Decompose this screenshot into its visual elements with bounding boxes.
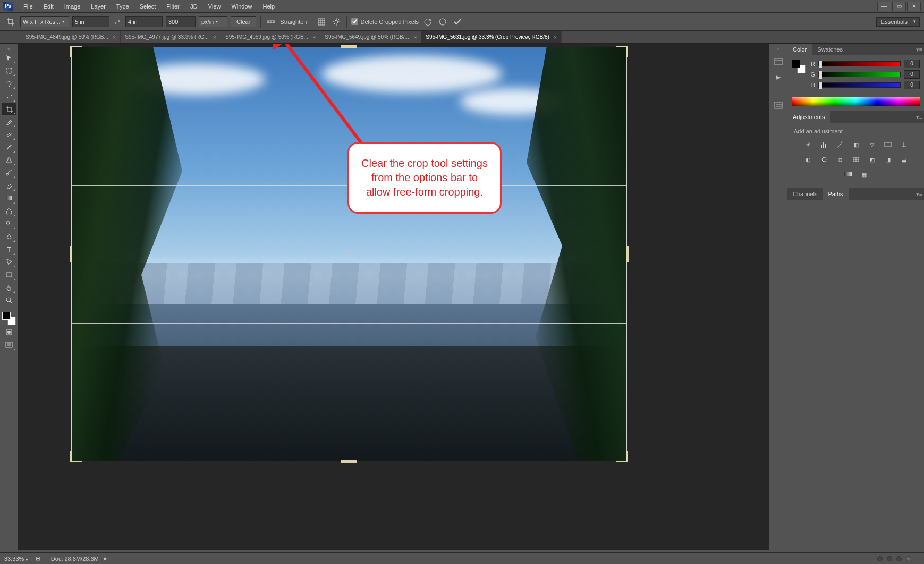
eraser-tool[interactable] (2, 180, 16, 191)
eyedropper-tool[interactable] (2, 116, 16, 128)
toolbox-collapse-icon[interactable]: » (2, 46, 16, 51)
b-value[interactable]: 0 (904, 81, 920, 89)
menu-layer[interactable]: Layer (86, 0, 111, 13)
overlay-grid-icon[interactable] (316, 16, 327, 27)
menu-3d[interactable]: 3D (185, 0, 203, 13)
type-tool[interactable]: T (2, 243, 16, 255)
close-icon[interactable]: × (413, 34, 417, 40)
crop-tool-icon[interactable] (4, 16, 17, 28)
menu-window[interactable]: Window (226, 0, 257, 13)
stamp-tool[interactable] (2, 154, 16, 166)
channelmixer-icon[interactable]: ⧉ (835, 155, 845, 164)
levels-icon[interactable] (819, 140, 829, 149)
clear-button[interactable]: Clear (231, 16, 256, 27)
vibrance-icon[interactable]: ▽ (867, 140, 877, 149)
actions-panel-icon[interactable] (772, 72, 785, 83)
delete-cropped-checkbox[interactable]: Delete Cropped Pixels (351, 18, 418, 25)
r-slider[interactable] (818, 61, 901, 66)
menu-image[interactable]: Image (59, 0, 86, 13)
paths-list[interactable] (787, 200, 924, 519)
history-panel-icon[interactable] (772, 56, 785, 68)
curves-icon[interactable] (835, 140, 845, 149)
delete-cropped-input[interactable] (351, 18, 358, 25)
path-select-tool[interactable] (2, 256, 16, 268)
pen-tool[interactable] (2, 231, 16, 242)
hue-icon[interactable] (883, 140, 893, 149)
shape-tool[interactable] (2, 269, 16, 281)
r-value[interactable]: 0 (904, 60, 920, 68)
heal-tool[interactable] (2, 129, 16, 140)
posterize-icon[interactable]: ◨ (883, 155, 893, 164)
resolution-field[interactable] (166, 16, 196, 27)
brush-tool[interactable] (2, 141, 16, 153)
maximize-button[interactable]: ▭ (892, 2, 906, 11)
hand-tool[interactable] (2, 282, 16, 293)
gradient-tool[interactable] (2, 192, 16, 204)
cancel-crop-icon[interactable] (437, 16, 448, 27)
document-tab[interactable]: S95-IMG_4977.jpg @ 33.3% (RG...× (121, 31, 221, 43)
marquee-tool[interactable] (2, 65, 16, 77)
menu-select[interactable]: Select (134, 0, 162, 13)
b-slider[interactable] (818, 82, 901, 88)
menu-view[interactable]: View (203, 0, 226, 13)
minimize-button[interactable]: — (877, 2, 891, 11)
menu-filter[interactable]: Filter (161, 0, 184, 13)
panel-menu-icon[interactable]: ▾≡ (914, 44, 924, 55)
tab-adjustments[interactable]: Adjustments (787, 111, 830, 123)
bw-icon[interactable]: ◐ (803, 155, 813, 164)
brightness-icon[interactable]: ☀ (803, 140, 813, 149)
lasso-tool[interactable] (2, 78, 16, 89)
swap-dims-icon[interactable]: ⇄ (113, 18, 122, 26)
info-expand-icon[interactable]: ▸ (104, 555, 107, 562)
exposure-icon[interactable]: ◧ (851, 140, 861, 149)
panel-menu-icon[interactable]: ▾≡ (914, 111, 924, 123)
panel-menu-icon[interactable]: ▾≡ (914, 188, 924, 200)
selectivecolor-icon[interactable]: ▦ (859, 170, 869, 179)
crop-width-field[interactable] (72, 16, 109, 27)
invert-icon[interactable]: ◩ (867, 155, 877, 164)
canvas-area[interactable]: Clear the crop tool settings from the op… (18, 44, 769, 550)
screenmode-tool[interactable] (2, 339, 16, 351)
dock-expand-icon[interactable]: « (777, 46, 780, 52)
tab-color[interactable]: Color (787, 44, 812, 55)
blur-tool[interactable] (2, 205, 16, 217)
close-icon[interactable]: × (312, 34, 316, 40)
tab-swatches[interactable]: Swatches (812, 44, 848, 55)
workspace-switcher[interactable]: Essentials (876, 17, 920, 27)
close-icon[interactable]: × (113, 34, 116, 40)
image-canvas[interactable] (71, 47, 627, 461)
wand-tool[interactable] (2, 90, 16, 102)
menu-help[interactable]: Help (258, 0, 281, 13)
menu-type[interactable]: Type (111, 0, 134, 13)
crop-tool[interactable] (2, 103, 16, 115)
g-value[interactable]: 0 (904, 70, 920, 79)
photofilter-icon[interactable] (819, 155, 829, 164)
menu-file[interactable]: File (18, 0, 38, 13)
crop-height-field[interactable] (125, 16, 163, 27)
color-spectrum[interactable] (792, 97, 920, 106)
doc-info[interactable]: Doc: 28.6M/28.6M (51, 555, 99, 562)
crop-preset-dropdown[interactable]: W x H x Res...▾ (20, 16, 69, 27)
close-icon[interactable]: × (213, 34, 216, 40)
straighten-icon[interactable] (265, 16, 277, 27)
straighten-label[interactable]: Straighten (280, 19, 307, 25)
document-tab[interactable]: S95-IMG_4959.jpg @ 50% (RGB...× (221, 31, 320, 43)
move-tool[interactable] (2, 52, 16, 64)
threshold-icon[interactable]: ⬓ (898, 155, 909, 164)
menu-edit[interactable]: Edit (38, 0, 59, 13)
properties-panel-icon[interactable] (772, 99, 785, 111)
document-tab[interactable]: S95-IMG_5649.jpg @ 50% (RGB/...× (320, 31, 421, 43)
commit-crop-icon[interactable] (452, 16, 463, 27)
close-icon[interactable]: × (554, 34, 557, 40)
colorbalance-icon[interactable] (898, 140, 909, 149)
tab-channels[interactable]: Channels (787, 188, 823, 200)
crop-options-gear-icon[interactable] (330, 16, 342, 27)
gradientmap-icon[interactable] (843, 170, 853, 179)
color-swatch[interactable] (792, 60, 806, 73)
colorlookup-icon[interactable] (851, 155, 861, 164)
dodge-tool[interactable] (2, 218, 16, 230)
reset-crop-icon[interactable] (422, 16, 434, 27)
g-slider[interactable] (818, 72, 901, 77)
foreground-background-swatch[interactable] (2, 312, 16, 325)
expose-icon[interactable]: ⊞ (36, 555, 40, 562)
